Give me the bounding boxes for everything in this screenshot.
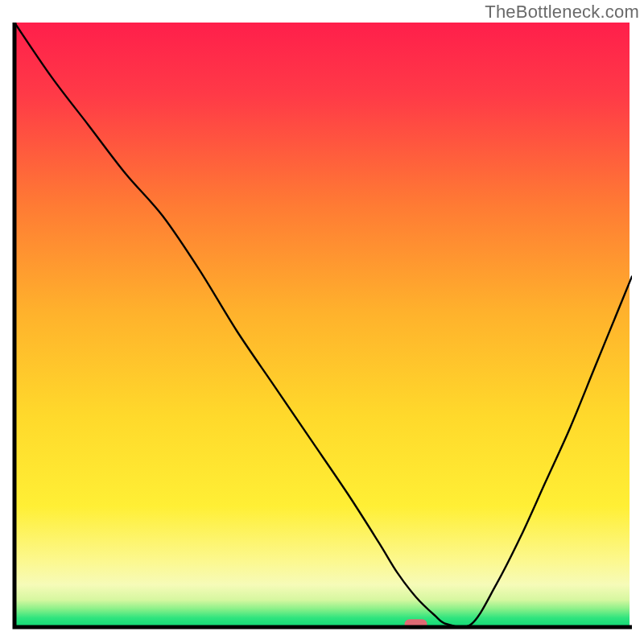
background-gradient (14, 23, 630, 627)
plot-area (12, 23, 632, 632)
watermark-text: TheBottleneck.com (485, 2, 639, 23)
chart-svg (12, 23, 632, 632)
chart-frame: TheBottleneck.com (0, 0, 644, 644)
